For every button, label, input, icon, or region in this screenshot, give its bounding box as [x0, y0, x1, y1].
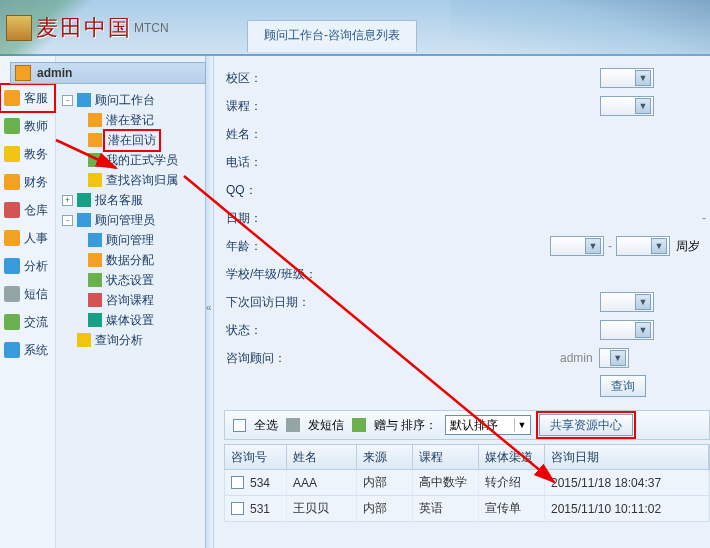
active-tab[interactable]: 顾问工作台-咨询信息列表 — [247, 20, 417, 52]
chevron-down-icon: ▼ — [585, 238, 601, 254]
app-header: 麦田中国 MTCN 顾问工作台-咨询信息列表 — [0, 0, 710, 56]
warehouse-icon — [4, 202, 20, 218]
sidebar: 客服 教师 教务 财务 仓库 人事 分析 短信 交流 系统 -顾问工作台 潜在登… — [0, 56, 206, 548]
label-course: 课程： — [224, 98, 320, 115]
query-button[interactable]: 查询 — [600, 375, 646, 397]
date-sep: - — [698, 211, 710, 225]
module-system[interactable]: 系统 — [0, 336, 55, 364]
brand-name: 麦田中国 — [36, 13, 132, 43]
tree-potential-register[interactable]: 潜在登记 — [58, 110, 203, 130]
folder-icon — [77, 193, 91, 207]
module-sms[interactable]: 短信 — [0, 280, 55, 308]
tree-query-analysis[interactable]: 查询分析 — [58, 330, 203, 350]
finance-icon — [4, 174, 20, 190]
tree-status-setting[interactable]: 状态设置 — [58, 270, 203, 290]
hr-icon — [4, 230, 20, 246]
label-advisor: 咨询顾问： — [224, 350, 320, 367]
tree-advisor-workbench[interactable]: -顾问工作台 — [58, 90, 203, 110]
tree-consult-course[interactable]: 咨询课程 — [58, 290, 203, 310]
age-unit: 周岁 — [676, 238, 700, 255]
module-teacher[interactable]: 教师 — [0, 112, 55, 140]
collapse-icon[interactable]: - — [62, 95, 73, 106]
tree-potential-revisit[interactable]: 潜在回访 — [58, 130, 203, 150]
sort-select[interactable]: 默认排序▼ — [445, 415, 531, 435]
tab-title: 顾问工作台-咨询信息列表 — [264, 28, 400, 42]
expand-icon[interactable]: + — [62, 195, 73, 206]
edu-icon — [4, 146, 20, 162]
module-analysis[interactable]: 分析 — [0, 252, 55, 280]
tree-my-students[interactable]: 我的正式学员 — [58, 150, 203, 170]
col-course[interactable]: 课程 — [413, 445, 479, 469]
col-media[interactable]: 媒体渠道 — [479, 445, 545, 469]
label-campus: 校区： — [224, 70, 320, 87]
tree-data-assign[interactable]: 数据分配 — [58, 250, 203, 270]
sms-icon — [286, 418, 300, 432]
age-to-select[interactable]: ▼ — [616, 236, 670, 256]
module-kefu[interactable]: 客服 — [0, 84, 55, 112]
chevron-down-icon: ▼ — [635, 98, 651, 114]
person-icon — [88, 113, 102, 127]
teacher-icon — [4, 118, 20, 134]
search-icon — [88, 173, 102, 187]
avatar-icon — [15, 65, 31, 81]
collapse-icon[interactable]: - — [62, 215, 73, 226]
status-select[interactable]: ▼ — [600, 320, 654, 340]
doc-icon — [88, 233, 102, 247]
system-icon — [4, 342, 20, 358]
col-date[interactable]: 咨询日期 — [545, 445, 709, 469]
select-all-label: 全选 — [254, 417, 278, 434]
row-checkbox[interactable] — [231, 476, 244, 489]
chevron-down-icon: ▼ — [651, 238, 667, 254]
tree-media-setting[interactable]: 媒体设置 — [58, 310, 203, 330]
select-all-checkbox[interactable] — [233, 419, 246, 432]
age-from-select[interactable]: ▼ — [550, 236, 604, 256]
chevron-down-icon: ▼ — [635, 294, 651, 310]
content-panel: 校区：▼ 课程：▼ 姓名： 电话： QQ： 日期：- 年龄：▼-▼周岁 学校/年… — [206, 56, 710, 548]
module-bar: 客服 教师 教务 财务 仓库 人事 分析 短信 交流 系统 — [0, 56, 56, 548]
nav-tree: -顾问工作台 潜在登记 潜在回访 我的正式学员 查找咨询归属 +报名客服 -顾问… — [56, 56, 205, 548]
course-select[interactable]: ▼ — [600, 96, 654, 116]
list-toolbar: 全选 发短信 赠与 排序： 默认排序▼ 共享资源中心 — [224, 410, 710, 440]
gift-label: 赠与 排序： — [374, 417, 437, 434]
module-hr[interactable]: 人事 — [0, 224, 55, 252]
label-next-visit: 下次回访日期： — [224, 294, 324, 311]
col-id[interactable]: 咨询号 — [225, 445, 287, 469]
label-phone: 电话： — [224, 154, 320, 171]
col-src[interactable]: 来源 — [357, 445, 413, 469]
module-chat[interactable]: 交流 — [0, 308, 55, 336]
advisor-value: admin — [560, 351, 593, 365]
chevron-down-icon: ▼ — [514, 418, 528, 432]
share-button[interactable]: 共享资源中心 — [539, 414, 633, 436]
tree-find-owner[interactable]: 查找咨询归属 — [58, 170, 203, 190]
search-icon — [77, 333, 91, 347]
sms-label[interactable]: 发短信 — [308, 417, 344, 434]
gift-icon — [352, 418, 366, 432]
label-age: 年龄： — [224, 238, 320, 255]
user-bar: admin — [10, 62, 206, 84]
people-icon — [88, 153, 102, 167]
username: admin — [37, 66, 72, 80]
header-deco-right — [450, 0, 710, 56]
chevron-down-icon: ▼ — [610, 350, 626, 366]
col-name[interactable]: 姓名 — [287, 445, 357, 469]
folder-icon — [77, 93, 91, 107]
row-checkbox[interactable] — [231, 502, 244, 515]
tree-advisor-admin[interactable]: -顾问管理员 — [58, 210, 203, 230]
campus-select[interactable]: ▼ — [600, 68, 654, 88]
tree-signup[interactable]: +报名客服 — [58, 190, 203, 210]
module-finance[interactable]: 财务 — [0, 168, 55, 196]
module-edu[interactable]: 教务 — [0, 140, 55, 168]
doc-icon — [88, 253, 102, 267]
advisor-select[interactable]: ▼ — [599, 348, 629, 368]
person-icon — [88, 133, 102, 147]
next-visit-select[interactable]: ▼ — [600, 292, 654, 312]
label-grade: 学校/年级/班级： — [224, 266, 334, 283]
tree-advisor-manage[interactable]: 顾问管理 — [58, 230, 203, 250]
module-warehouse[interactable]: 仓库 — [0, 196, 55, 224]
table-row[interactable]: 534 AAA 内部 高中数学 转介绍 2015/11/18 18:04:37 — [224, 470, 710, 496]
brand-icon — [6, 15, 32, 41]
splitter-handle[interactable] — [206, 56, 214, 548]
label-date: 日期： — [224, 210, 320, 227]
book-icon — [88, 293, 102, 307]
table-row[interactable]: 531 王贝贝 内部 英语 宣传单 2015/11/10 10:11:02 — [224, 496, 710, 522]
